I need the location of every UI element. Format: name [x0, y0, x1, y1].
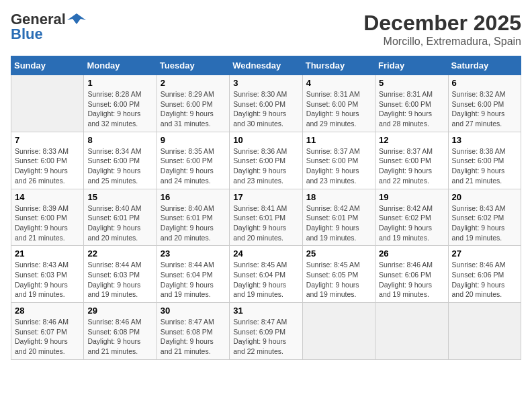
day-number: 9	[161, 135, 226, 145]
day-info: Sunrise: 8:34 AM Sunset: 6:00 PM Dayligh…	[87, 146, 152, 186]
day-number: 7	[15, 135, 80, 145]
day-number: 26	[379, 248, 444, 259]
header-wednesday: Wednesday	[230, 56, 302, 75]
day-info: Sunrise: 8:46 AM Sunset: 6:08 PM Dayligh…	[87, 317, 152, 357]
header-monday: Monday	[84, 56, 157, 75]
day-info: Sunrise: 8:46 AM Sunset: 6:06 PM Dayligh…	[379, 260, 444, 300]
day-info: Sunrise: 8:40 AM Sunset: 6:01 PM Dayligh…	[161, 203, 226, 243]
day-info: Sunrise: 8:43 AM Sunset: 6:02 PM Dayligh…	[452, 203, 517, 243]
page-header: General Blue December 2025 Morcillo, Ext…	[11, 11, 521, 48]
logo-bird-icon	[67, 12, 86, 27]
calendar-cell: 7Sunrise: 8:33 AM Sunset: 6:00 PM Daylig…	[11, 132, 84, 189]
calendar-cell: 1Sunrise: 8:28 AM Sunset: 6:00 PM Daylig…	[84, 75, 157, 132]
day-info: Sunrise: 8:44 AM Sunset: 6:03 PM Dayligh…	[87, 260, 152, 300]
day-info: Sunrise: 8:39 AM Sunset: 6:00 PM Dayligh…	[15, 203, 80, 243]
header-tuesday: Tuesday	[157, 56, 229, 75]
day-number: 13	[452, 135, 517, 145]
day-info: Sunrise: 8:46 AM Sunset: 6:07 PM Dayligh…	[15, 317, 80, 357]
calendar-cell: 13Sunrise: 8:38 AM Sunset: 6:00 PM Dayli…	[448, 132, 521, 189]
day-info: Sunrise: 8:33 AM Sunset: 6:00 PM Dayligh…	[15, 146, 80, 186]
calendar-cell: 20Sunrise: 8:43 AM Sunset: 6:02 PM Dayli…	[448, 189, 521, 246]
day-number: 22	[87, 248, 152, 259]
calendar-cell	[375, 303, 448, 360]
calendar-week-row: 7Sunrise: 8:33 AM Sunset: 6:00 PM Daylig…	[11, 132, 521, 189]
calendar-cell: 24Sunrise: 8:45 AM Sunset: 6:04 PM Dayli…	[230, 246, 302, 303]
calendar-table: SundayMondayTuesdayWednesdayThursdayFrid…	[11, 56, 521, 360]
day-info: Sunrise: 8:43 AM Sunset: 6:03 PM Dayligh…	[15, 260, 80, 300]
day-number: 10	[233, 135, 298, 145]
calendar-cell: 4Sunrise: 8:31 AM Sunset: 6:00 PM Daylig…	[302, 75, 375, 132]
calendar-cell: 8Sunrise: 8:34 AM Sunset: 6:00 PM Daylig…	[84, 132, 157, 189]
day-number: 14	[15, 192, 80, 202]
svg-marker-0	[67, 13, 86, 24]
calendar-week-row: 21Sunrise: 8:43 AM Sunset: 6:03 PM Dayli…	[11, 246, 521, 303]
calendar-header-row: SundayMondayTuesdayWednesdayThursdayFrid…	[11, 56, 521, 75]
calendar-cell: 11Sunrise: 8:37 AM Sunset: 6:00 PM Dayli…	[302, 132, 375, 189]
calendar-cell: 19Sunrise: 8:42 AM Sunset: 6:02 PM Dayli…	[375, 189, 448, 246]
calendar-cell: 28Sunrise: 8:46 AM Sunset: 6:07 PM Dayli…	[11, 303, 84, 360]
logo-blue: Blue	[11, 26, 43, 43]
day-info: Sunrise: 8:36 AM Sunset: 6:00 PM Dayligh…	[233, 146, 298, 186]
header-friday: Friday	[375, 56, 448, 75]
day-number: 23	[161, 248, 226, 259]
day-number: 25	[306, 248, 371, 259]
calendar-cell: 17Sunrise: 8:41 AM Sunset: 6:01 PM Dayli…	[230, 189, 302, 246]
day-info: Sunrise: 8:45 AM Sunset: 6:05 PM Dayligh…	[306, 260, 371, 300]
day-number: 16	[161, 192, 226, 202]
calendar-week-row: 14Sunrise: 8:39 AM Sunset: 6:00 PM Dayli…	[11, 189, 521, 246]
day-number: 8	[87, 135, 152, 145]
day-number: 4	[306, 78, 371, 88]
calendar-cell: 5Sunrise: 8:31 AM Sunset: 6:00 PM Daylig…	[375, 75, 448, 132]
day-number: 19	[379, 192, 444, 202]
header-saturday: Saturday	[448, 56, 521, 75]
calendar-cell: 2Sunrise: 8:29 AM Sunset: 6:00 PM Daylig…	[157, 75, 229, 132]
title-block: December 2025 Morcillo, Extremadura, Spa…	[363, 11, 521, 48]
calendar-cell: 27Sunrise: 8:46 AM Sunset: 6:06 PM Dayli…	[448, 246, 521, 303]
day-info: Sunrise: 8:41 AM Sunset: 6:01 PM Dayligh…	[233, 203, 298, 243]
day-number: 24	[233, 248, 298, 259]
day-number: 28	[15, 306, 80, 316]
calendar-week-row: 1Sunrise: 8:28 AM Sunset: 6:00 PM Daylig…	[11, 75, 521, 132]
calendar-cell: 9Sunrise: 8:35 AM Sunset: 6:00 PM Daylig…	[157, 132, 229, 189]
day-info: Sunrise: 8:37 AM Sunset: 6:00 PM Dayligh…	[306, 146, 371, 186]
day-number: 30	[161, 306, 226, 316]
header-sunday: Sunday	[11, 56, 84, 75]
calendar-cell: 22Sunrise: 8:44 AM Sunset: 6:03 PM Dayli…	[84, 246, 157, 303]
day-number: 18	[306, 192, 371, 202]
calendar-cell	[448, 303, 521, 360]
calendar-cell: 21Sunrise: 8:43 AM Sunset: 6:03 PM Dayli…	[11, 246, 84, 303]
day-info: Sunrise: 8:31 AM Sunset: 6:00 PM Dayligh…	[306, 89, 371, 129]
day-info: Sunrise: 8:35 AM Sunset: 6:00 PM Dayligh…	[161, 146, 226, 186]
day-info: Sunrise: 8:31 AM Sunset: 6:00 PM Dayligh…	[379, 89, 444, 129]
calendar-cell: 10Sunrise: 8:36 AM Sunset: 6:00 PM Dayli…	[230, 132, 302, 189]
calendar-cell	[302, 303, 375, 360]
day-number: 11	[306, 135, 371, 145]
day-number: 21	[15, 248, 80, 259]
day-info: Sunrise: 8:47 AM Sunset: 6:09 PM Dayligh…	[233, 317, 298, 357]
day-number: 6	[452, 78, 517, 88]
day-number: 5	[379, 78, 444, 88]
calendar-cell: 12Sunrise: 8:37 AM Sunset: 6:00 PM Dayli…	[375, 132, 448, 189]
day-number: 17	[233, 192, 298, 202]
page-title: December 2025	[363, 11, 521, 36]
calendar-cell	[11, 75, 84, 132]
day-number: 1	[87, 78, 152, 88]
logo: General Blue	[11, 11, 86, 43]
day-number: 15	[87, 192, 152, 202]
day-number: 29	[87, 306, 152, 316]
day-info: Sunrise: 8:29 AM Sunset: 6:00 PM Dayligh…	[161, 89, 226, 129]
day-info: Sunrise: 8:42 AM Sunset: 6:01 PM Dayligh…	[306, 203, 371, 243]
day-number: 20	[452, 192, 517, 202]
day-number: 2	[161, 78, 226, 88]
day-number: 31	[233, 306, 298, 316]
day-info: Sunrise: 8:44 AM Sunset: 6:04 PM Dayligh…	[161, 260, 226, 300]
calendar-cell: 29Sunrise: 8:46 AM Sunset: 6:08 PM Dayli…	[84, 303, 157, 360]
calendar-cell: 14Sunrise: 8:39 AM Sunset: 6:00 PM Dayli…	[11, 189, 84, 246]
day-number: 27	[452, 248, 517, 259]
page-subtitle: Morcillo, Extremadura, Spain	[363, 36, 521, 48]
day-number: 3	[233, 78, 298, 88]
calendar-cell: 30Sunrise: 8:47 AM Sunset: 6:08 PM Dayli…	[157, 303, 229, 360]
calendar-cell: 18Sunrise: 8:42 AM Sunset: 6:01 PM Dayli…	[302, 189, 375, 246]
day-info: Sunrise: 8:30 AM Sunset: 6:00 PM Dayligh…	[233, 89, 298, 129]
calendar-cell: 16Sunrise: 8:40 AM Sunset: 6:01 PM Dayli…	[157, 189, 229, 246]
